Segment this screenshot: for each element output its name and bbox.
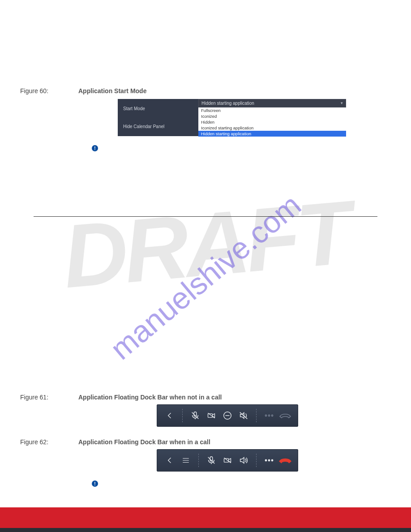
svg-point-10 (271, 459, 273, 461)
svg-point-8 (265, 459, 266, 461)
camera-off-icon[interactable] (219, 456, 235, 465)
dropdown-option[interactable]: Fullscreen (198, 107, 346, 113)
floating-dock-in-call (157, 449, 298, 472)
figure-61-row: Figure 61: Application Floating Dock Bar… (20, 394, 391, 401)
notice-icon: ! (92, 481, 98, 487)
dock-wrap (157, 449, 391, 472)
hangup-icon[interactable] (277, 456, 293, 464)
svg-point-4 (268, 415, 270, 416)
figure-60-row: Figure 60: Application Start Mode (20, 87, 391, 94)
menu-icon[interactable] (178, 456, 194, 464)
dock-wrap (157, 404, 391, 427)
mic-muted-icon[interactable] (187, 411, 203, 420)
dropdown-option-highlighted[interactable]: Hidden starting application (198, 131, 346, 137)
more-icon[interactable] (261, 458, 277, 463)
figure-caption: Application Floating Dock Bar when not i… (78, 394, 222, 401)
chevron-left-icon[interactable] (162, 456, 178, 465)
figure-caption: Application Start Mode (78, 87, 146, 94)
dropdown-option[interactable]: Iconized starting application (198, 125, 346, 131)
dropdown-selected[interactable]: Hidden starting application (198, 99, 346, 107)
section-divider (34, 216, 377, 217)
divider (182, 409, 183, 422)
dropdown-option[interactable]: Iconized (198, 113, 346, 119)
svg-point-5 (271, 415, 273, 416)
floating-dock-idle (157, 404, 298, 427)
label-hide-calendar: Hide Calendar Panel (123, 124, 193, 129)
svg-point-3 (265, 415, 266, 416)
figure-62-row: Figure 62: Application Floating Dock Bar… (20, 438, 391, 446)
figure-label: Figure 62: (20, 438, 78, 446)
figure-label: Figure 60: (20, 87, 78, 94)
chevron-left-icon[interactable] (162, 411, 178, 420)
footer-dark (0, 528, 411, 532)
label-start-mode: Start Mode (123, 106, 193, 111)
speaker-icon[interactable] (235, 455, 252, 465)
camera-off-icon[interactable] (203, 411, 219, 420)
start-mode-panel: Start Mode Hide Calendar Panel Hidden st… (118, 99, 346, 136)
dnd-icon[interactable] (219, 411, 235, 420)
svg-point-9 (268, 459, 270, 461)
start-mode-dropdown[interactable]: Hidden starting application Fullscreen I… (198, 99, 346, 136)
divider (256, 409, 257, 422)
footer-bar (0, 507, 411, 528)
start-mode-labels: Start Mode Hide Calendar Panel (118, 99, 198, 136)
divider (198, 454, 199, 467)
notice-row: ! (92, 144, 391, 151)
mic-muted-icon[interactable] (203, 455, 219, 465)
notice-icon: ! (92, 145, 98, 151)
figure-caption: Application Floating Dock Bar when in a … (78, 438, 210, 446)
more-icon[interactable] (261, 413, 277, 418)
speaker-muted-icon[interactable] (235, 411, 252, 420)
hangup-icon[interactable] (277, 412, 293, 419)
dropdown-option[interactable]: Hidden (198, 119, 346, 125)
notice-row: ! (92, 480, 391, 487)
page: Figure 60: Application Start Mode Start … (0, 0, 411, 532)
figure-label: Figure 61: (20, 394, 78, 401)
divider (256, 454, 257, 467)
